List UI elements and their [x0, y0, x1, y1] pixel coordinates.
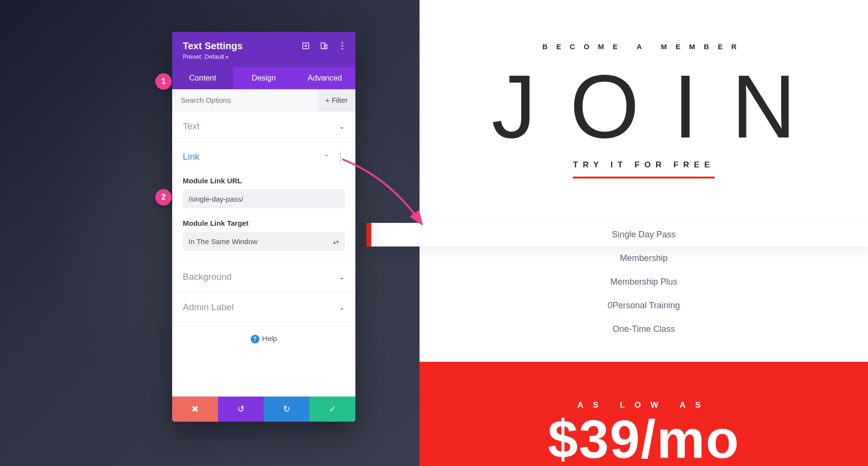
redo-button[interactable]: ↻ — [264, 397, 310, 422]
help-icon: ? — [251, 335, 259, 343]
section-background-title: Background — [183, 272, 231, 282]
menu-item-personal-training[interactable]: 0Personal Training — [420, 294, 868, 317]
kicker-text: BECOME A MEMBER — [420, 42, 868, 51]
section-background-toggle[interactable]: Background ⌄ — [172, 262, 355, 292]
target-label: Module Link Target — [183, 219, 345, 227]
chevron-down-icon: ⌄ — [339, 273, 345, 281]
section-link-title: Link — [183, 151, 200, 162]
menu-item-membership-plus[interactable]: Membership Plus — [420, 270, 868, 294]
tab-content[interactable]: Content — [172, 67, 233, 89]
responsive-icon[interactable] — [320, 41, 328, 50]
cta-link[interactable]: TRY IT FOR FREE — [573, 160, 715, 178]
svg-point-5 — [341, 45, 343, 46]
cancel-button[interactable]: ✖ — [172, 397, 218, 422]
chevron-down-icon: ⌄ — [339, 123, 345, 130]
svg-point-6 — [341, 48, 343, 49]
section-link-toggle[interactable]: Link ⌃ ⋮ — [172, 142, 355, 172]
section-text-title: Text — [183, 121, 200, 132]
svg-point-4 — [341, 42, 343, 43]
section-link-menu-icon[interactable]: ⋮ — [336, 152, 345, 162]
settings-tabs: Content Design Advanced — [172, 67, 355, 89]
chevron-up-icon: ⌃ — [324, 153, 329, 161]
undo-button[interactable]: ↺ — [218, 397, 264, 422]
svg-rect-3 — [325, 45, 327, 49]
menu-item-single-day[interactable]: Single Day Pass — [366, 223, 868, 247]
pricing-menu: Single Day Pass Membership Membership Pl… — [420, 223, 868, 341]
kebab-icon[interactable] — [338, 41, 347, 50]
filter-button[interactable]: + Filter — [318, 89, 355, 111]
url-label: Module Link URL — [183, 177, 345, 185]
section-admin-label-title: Admin Label — [183, 302, 234, 313]
svg-point-1 — [305, 45, 307, 47]
callout-badge-1: 1 — [155, 73, 172, 90]
section-admin-label-toggle[interactable]: Admin Label ⌄ — [172, 292, 355, 322]
chevron-down-icon: ⌄ — [339, 303, 345, 311]
search-options-input[interactable] — [172, 89, 318, 111]
section-text-toggle[interactable]: Text ⌄ — [172, 111, 355, 141]
menu-item-one-time-class[interactable]: One-Time Class — [420, 317, 868, 341]
expand-icon[interactable] — [301, 41, 310, 50]
preset-selector[interactable]: Preset: Default — [183, 53, 345, 60]
price-amount: $39/mo — [420, 412, 868, 466]
price-kicker: AS LOW AS — [420, 400, 868, 410]
price-band: AS LOW AS $39/mo — [420, 362, 868, 466]
text-settings-panel: Text Settings Preset: Default Content De… — [172, 32, 355, 422]
tab-advanced[interactable]: Advanced — [294, 67, 355, 89]
panel-header[interactable]: Text Settings Preset: Default — [172, 32, 355, 67]
module-link-target-select[interactable]: In The Same Window — [183, 232, 345, 251]
menu-item-membership[interactable]: Membership — [420, 247, 868, 270]
help-link[interactable]: ?Help — [172, 323, 355, 397]
tab-design[interactable]: Design — [233, 67, 295, 89]
save-button[interactable]: ✓ — [310, 397, 355, 422]
callout-badge-2: 2 — [155, 189, 172, 206]
hero-title: JOIN — [420, 55, 868, 158]
module-link-url-input[interactable] — [183, 190, 345, 208]
